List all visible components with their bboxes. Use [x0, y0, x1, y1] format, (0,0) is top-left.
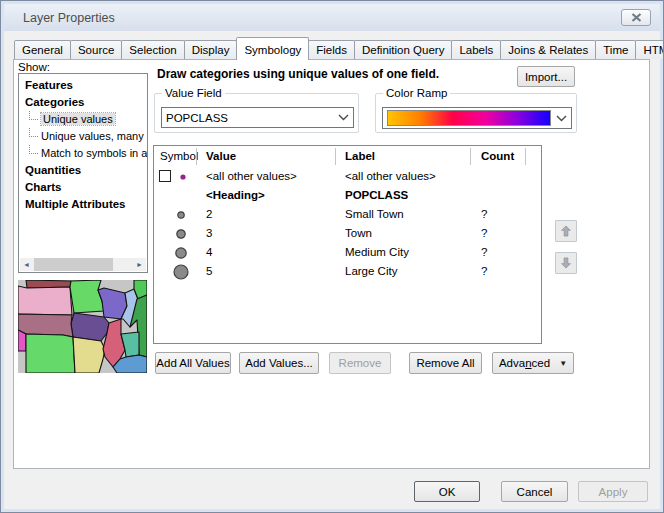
tree-item-match-to-symbols[interactable]: Match to symbols in a	[19, 145, 147, 162]
tab-html-popup[interactable]: HTML Popup	[635, 40, 664, 59]
value-cell: <all other values>	[206, 170, 297, 182]
map-state	[26, 334, 75, 373]
arrow-up-icon	[559, 224, 573, 238]
unique-values-table: Symbol Value Label Count <all other valu…	[153, 145, 542, 344]
table-row-all-other-values[interactable]: <all other values> <all other values>	[154, 167, 541, 186]
symbology-tab-page: Show: Features Categories Unique values …	[13, 59, 650, 469]
label-cell: Large City	[345, 265, 397, 277]
tab-source[interactable]: Source	[70, 40, 122, 59]
cancel-button[interactable]: Cancel	[501, 481, 568, 502]
point-symbol-icon	[170, 243, 192, 262]
dialog-title: Layer Properties	[23, 11, 115, 25]
tree-item-multiple-attributes[interactable]: Multiple Attributes	[19, 196, 147, 213]
tab-selection[interactable]: Selection	[121, 40, 184, 59]
label-cell: Medium City	[345, 246, 409, 258]
chevron-down-icon	[338, 114, 349, 121]
label-cell: Small Town	[345, 208, 404, 220]
tree-item-features[interactable]: Features	[19, 77, 147, 94]
tree-item-quantities[interactable]: Quantities	[19, 162, 147, 179]
tab-symbology[interactable]: Symbology	[236, 37, 309, 60]
move-down-button[interactable]	[555, 252, 577, 274]
symbol-cell	[154, 262, 200, 281]
chevron-down-icon	[556, 115, 567, 122]
label-cell: POPCLASS	[345, 189, 408, 201]
value-cell: 3	[206, 227, 212, 239]
tree-item-charts[interactable]: Charts	[19, 179, 147, 196]
title-bar[interactable]: Layer Properties	[4, 4, 660, 31]
symbol-cell	[154, 243, 200, 262]
close-icon	[631, 13, 642, 22]
point-symbol-icon	[170, 262, 192, 281]
header-separator	[335, 148, 336, 165]
point-symbol-icon	[170, 224, 192, 243]
remove-all-button[interactable]: Remove All	[409, 352, 482, 374]
tab-time[interactable]: Time	[595, 40, 636, 59]
arrow-down-icon	[559, 256, 573, 270]
show-tree-listbox: Features Categories Unique values Unique…	[18, 73, 148, 273]
value-cell: 4	[206, 246, 212, 258]
map-state	[18, 286, 72, 315]
header-label: Label	[345, 150, 375, 162]
close-button[interactable]	[621, 9, 651, 26]
color-ramp-dropdown[interactable]	[382, 107, 572, 129]
tree-horizontal-scrollbar[interactable]: ◄ ►	[20, 258, 146, 271]
table-row-heading[interactable]: <Heading> POPCLASS	[154, 186, 541, 205]
map-state	[18, 330, 26, 351]
table-header-row: Symbol Value Label Count	[154, 146, 541, 167]
all-other-values-checkbox[interactable]	[159, 170, 171, 182]
label-cell: <all other values>	[345, 170, 436, 182]
scroll-right-icon[interactable]: ►	[133, 258, 146, 271]
scroll-left-icon[interactable]: ◄	[20, 258, 33, 271]
selected-tree-label: Unique values	[41, 113, 115, 125]
tab-labels[interactable]: Labels	[451, 40, 501, 59]
color-ramp-label: Color Ramp	[383, 87, 450, 99]
dropdown-arrow-icon: ▼	[559, 359, 567, 368]
map-state	[70, 280, 104, 313]
value-field-label: Value Field	[162, 87, 225, 99]
tab-general[interactable]: General	[14, 40, 71, 59]
tab-fields[interactable]: Fields	[308, 40, 355, 59]
value-cell: 2	[206, 208, 212, 220]
header-symbol: Symbol	[160, 150, 198, 162]
tree-item-unique-values-many[interactable]: Unique values, many	[19, 128, 147, 145]
table-row-2[interactable]: 2 Small Town ?	[154, 205, 541, 224]
layer-properties-dialog: Layer Properties General Source Selectio…	[0, 0, 664, 513]
advanced-label-post: ced	[532, 357, 551, 369]
advanced-button[interactable]: Advanced ▼	[492, 352, 574, 374]
color-ramp-groupbox: Color Ramp	[375, 93, 577, 133]
tree-item-categories[interactable]: Categories	[19, 94, 147, 111]
apply-button: Apply	[578, 481, 648, 502]
add-values-button[interactable]: Add Values...	[239, 352, 319, 374]
count-cell: ?	[481, 265, 487, 277]
count-cell: ?	[481, 246, 487, 258]
tab-definition-query[interactable]: Definition Query	[354, 40, 452, 59]
map-state	[71, 313, 109, 341]
ok-button[interactable]: OK	[414, 481, 480, 502]
table-row-3[interactable]: 3 Town ?	[154, 224, 541, 243]
header-count: Count	[481, 150, 514, 162]
symbol-cell	[154, 224, 200, 243]
value-cell: 5	[206, 265, 212, 277]
color-ramp-gradient	[387, 110, 551, 126]
value-field-dropdown[interactable]: POPCLASS	[161, 107, 354, 128]
point-symbol-icon	[170, 205, 192, 224]
scrollbar-thumb[interactable]	[34, 258, 113, 271]
table-row-5[interactable]: 5 Large City ?	[154, 262, 541, 281]
count-cell: ?	[481, 208, 487, 220]
header-separator	[525, 148, 526, 165]
tab-strip: General Source Selection Display Symbolo…	[14, 37, 664, 59]
tree-item-unique-values[interactable]: Unique values	[19, 111, 147, 128]
tab-joins-relates[interactable]: Joins & Relates	[500, 40, 596, 59]
move-up-button[interactable]	[555, 220, 577, 242]
import-button[interactable]: Import...	[517, 66, 575, 87]
table-row-4[interactable]: 4 Medium City ?	[154, 243, 541, 262]
show-label: Show:	[18, 61, 50, 73]
map-preview-thumbnail	[18, 280, 147, 373]
remove-button: Remove	[329, 352, 391, 374]
symbol-cell	[154, 167, 200, 186]
add-all-values-button[interactable]: Add All Values	[155, 352, 231, 374]
tab-display[interactable]: Display	[184, 40, 238, 59]
label-cell: Town	[345, 227, 372, 239]
value-field-selected-value: POPCLASS	[166, 112, 228, 124]
map-state	[73, 337, 105, 373]
